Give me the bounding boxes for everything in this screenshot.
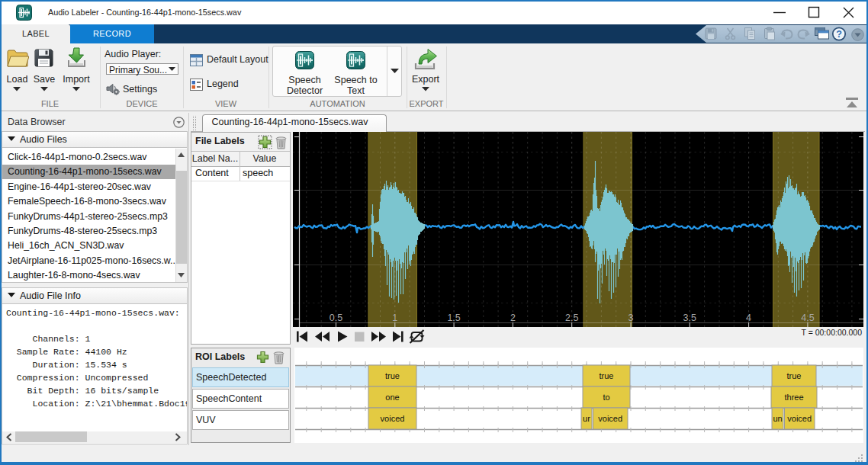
svg-text:4.5: 4.5 (801, 313, 814, 323)
svg-text:2: 2 (510, 313, 516, 323)
svg-text:3.5: 3.5 (683, 313, 696, 323)
svg-text:1.5: 1.5 (447, 313, 460, 323)
svg-text:true: true (385, 371, 400, 380)
svg-text:0.5: 0.5 (330, 313, 342, 323)
svg-text:to: to (603, 393, 609, 402)
svg-text:un: un (773, 414, 782, 423)
svg-text:voiced: voiced (598, 414, 622, 423)
svg-text:true: true (787, 371, 802, 380)
svg-text:three: three (784, 393, 803, 402)
svg-text:2.5: 2.5 (565, 313, 578, 323)
svg-text:1: 1 (392, 313, 397, 323)
svg-text:?: ? (836, 29, 842, 40)
svg-text:true: true (600, 371, 614, 380)
svg-text:voiced: voiced (787, 414, 812, 423)
svg-text:4: 4 (746, 313, 751, 323)
svg-text:one: one (385, 393, 399, 402)
svg-text:voiced: voiced (381, 414, 405, 423)
svg-text:ur: ur (583, 414, 590, 423)
svg-text:3: 3 (628, 313, 634, 323)
